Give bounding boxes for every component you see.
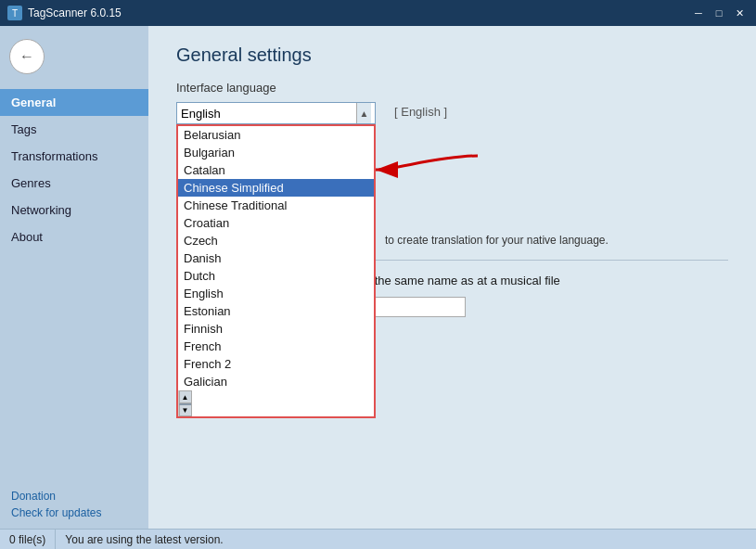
check-updates-link[interactable]: Check for updates bbox=[11, 506, 137, 519]
sidebar-item-about[interactable]: About bbox=[0, 223, 148, 250]
maximize-button[interactable]: □ bbox=[710, 5, 728, 21]
lang-galician[interactable]: Galician bbox=[178, 373, 374, 390]
red-arrow-indicator bbox=[366, 147, 487, 193]
lang-croatian[interactable]: Croatian bbox=[178, 214, 374, 232]
lang-catalan[interactable]: Catalan bbox=[178, 161, 374, 179]
lang-chinese-simplified[interactable]: Chinese Simplified bbox=[178, 179, 374, 197]
back-button[interactable]: ← bbox=[9, 39, 45, 74]
lang-english[interactable]: English bbox=[178, 285, 374, 302]
lang-finnish[interactable]: Finnish bbox=[178, 320, 374, 338]
sidebar-item-general[interactable]: General bbox=[0, 89, 148, 116]
lang-belarusian[interactable]: Belarusian bbox=[178, 126, 374, 144]
status-files: 0 file(s) bbox=[0, 530, 56, 549]
info-text: to create translation for your native la… bbox=[385, 234, 609, 247]
page-title: General settings bbox=[176, 45, 728, 66]
lang-french2[interactable]: French 2 bbox=[178, 355, 374, 373]
title-bar: T TagScanner 6.0.15 ─ □ ✕ bbox=[0, 0, 756, 26]
language-dropdown[interactable]: English ▲ bbox=[176, 102, 376, 124]
sidebar-bottom: Donation Check for updates bbox=[0, 480, 148, 529]
app-icon: T bbox=[7, 6, 22, 20]
lang-bulgarian[interactable]: Bulgarian bbox=[178, 144, 374, 161]
language-dropdown-list: Belarusian Bulgarian Catalan Chinese Sim… bbox=[176, 124, 376, 418]
interface-language-label: Interface language bbox=[176, 81, 728, 95]
lang-czech[interactable]: Czech bbox=[178, 232, 374, 249]
title-bar-title: TagScanner 6.0.15 bbox=[28, 6, 122, 19]
language-options: Belarusian Bulgarian Catalan Chinese Sim… bbox=[178, 126, 374, 390]
minimize-button[interactable]: ─ bbox=[689, 5, 708, 21]
selected-language-text: English bbox=[181, 107, 221, 121]
sidebar-item-genres[interactable]: Genres bbox=[0, 170, 148, 197]
window-controls: ─ □ ✕ bbox=[689, 5, 749, 21]
close-button[interactable]: ✕ bbox=[730, 5, 749, 21]
sidebar-item-networking[interactable]: Networking bbox=[0, 197, 148, 223]
lang-estonian[interactable]: Estonian bbox=[178, 302, 374, 320]
language-badge: [ English ] bbox=[394, 105, 609, 119]
dropdown-arrow-icon: ▲ bbox=[356, 103, 371, 123]
sidebar-item-tags[interactable]: Tags bbox=[0, 116, 148, 143]
sidebar-item-transformations[interactable]: Transformations bbox=[0, 143, 148, 170]
lang-dutch[interactable]: Dutch bbox=[178, 267, 374, 285]
scroll-up-button[interactable]: ▲ bbox=[179, 390, 192, 403]
scroll-thumb bbox=[179, 403, 191, 405]
lang-french[interactable]: French bbox=[178, 338, 374, 355]
sidebar: ← General Tags Transformations Genres Ne… bbox=[0, 26, 148, 529]
donation-link[interactable]: Donation bbox=[11, 490, 137, 503]
status-message: You are using the latest version. bbox=[56, 530, 232, 549]
status-bar: 0 file(s) You are using the latest versi… bbox=[0, 529, 756, 549]
scroll-down-button[interactable]: ▼ bbox=[179, 403, 192, 416]
lang-danish[interactable]: Danish bbox=[178, 249, 374, 267]
lang-chinese-traditional[interactable]: Chinese Traditional bbox=[178, 197, 374, 214]
content-area: General settings Interface language Engl… bbox=[148, 26, 756, 529]
dropdown-scrollbar[interactable]: ▲ ▼ bbox=[178, 390, 191, 416]
